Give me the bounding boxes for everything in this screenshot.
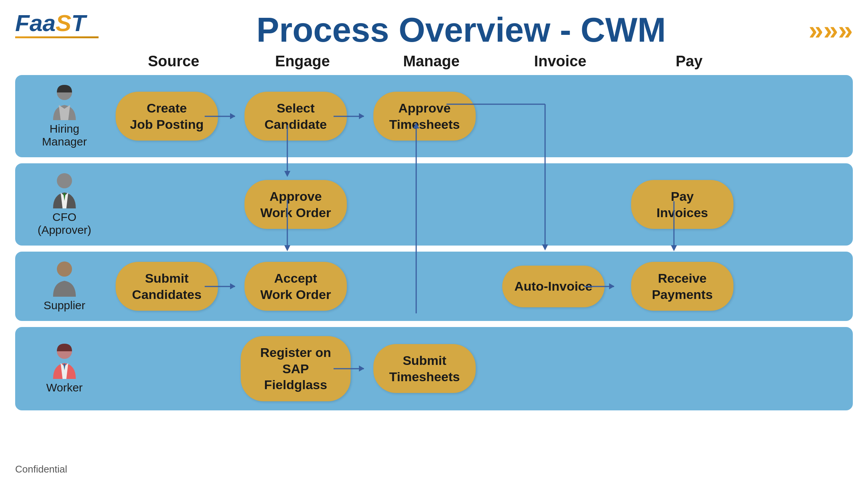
row-worker: Worker Register onSAP Fieldglass SubmitT… bbox=[15, 327, 853, 410]
avatar-hiring-manager bbox=[47, 84, 81, 120]
cell-pay-invoices: PayInvoices bbox=[618, 180, 747, 229]
role-hiring-manager: Hiring Manager bbox=[27, 84, 102, 148]
logo-text: FaaST bbox=[15, 11, 114, 35]
page: FaaST Process Overview - CWM »»» Source … bbox=[0, 0, 868, 482]
pill-select-candidate: SelectCandidate bbox=[244, 92, 347, 141]
row-hiring-manager: Hiring Manager CreateJob Posting SelectC… bbox=[15, 75, 853, 157]
role-supplier: Supplier bbox=[27, 261, 102, 312]
pill-submit-timesheets: SubmitTimesheets bbox=[373, 344, 476, 393]
col-source: Source bbox=[109, 53, 238, 70]
process-cells-row3: SubmitCandidates AcceptWork Order Auto-I… bbox=[102, 262, 841, 311]
role-cfo: CFO (Approver) bbox=[27, 172, 102, 236]
svg-point-1 bbox=[57, 173, 72, 188]
main-grid: Hiring Manager CreateJob Posting SelectC… bbox=[15, 75, 853, 410]
confidential-label: Confidential bbox=[15, 463, 67, 475]
role-label-cfo: CFO (Approver) bbox=[27, 211, 102, 236]
avatar-worker bbox=[47, 343, 81, 379]
process-cells-row2: ApproveWork Order PayInvoices bbox=[102, 180, 841, 229]
header: FaaST Process Overview - CWM »»» bbox=[15, 11, 853, 49]
row-supplier: Supplier SubmitCandidates AcceptWork Ord… bbox=[15, 252, 853, 321]
role-label-hiring-manager: Hiring Manager bbox=[27, 122, 102, 148]
cell-accept-work-order: AcceptWork Order bbox=[231, 262, 360, 311]
pill-accept-work-order: AcceptWork Order bbox=[244, 262, 347, 311]
pill-receive-payments: ReceivePayments bbox=[631, 262, 733, 311]
pill-approve-timesheets: ApproveTimesheets bbox=[373, 92, 476, 141]
role-worker: Worker bbox=[27, 343, 102, 394]
avatar-supplier bbox=[47, 261, 81, 297]
cell-receive-payments: ReceivePayments bbox=[618, 262, 747, 311]
cell-approve-timesheets: ApproveTimesheets bbox=[360, 92, 489, 141]
pill-pay-invoices: PayInvoices bbox=[631, 180, 733, 229]
arrows-icon: »»» bbox=[808, 11, 853, 45]
col-pay: Pay bbox=[625, 53, 754, 70]
col-manage: Manage bbox=[367, 53, 496, 70]
col-invoice: Invoice bbox=[496, 53, 625, 70]
pill-submit-candidates: SubmitCandidates bbox=[116, 262, 218, 311]
arrow-r4-1-2 bbox=[334, 368, 364, 369]
role-label-worker: Worker bbox=[46, 381, 83, 394]
arrow-r3-3-4 bbox=[584, 286, 614, 287]
role-label-supplier: Supplier bbox=[44, 299, 85, 312]
column-headers: Source Engage Manage Invoice Pay bbox=[109, 53, 853, 70]
pill-approve-work-order: ApproveWork Order bbox=[244, 180, 347, 229]
logo-area: FaaST bbox=[15, 11, 114, 38]
arrow-r3-0-1 bbox=[205, 286, 235, 287]
pill-create-job-posting: CreateJob Posting bbox=[116, 92, 218, 141]
arrow-r1-0-1 bbox=[205, 116, 235, 117]
cell-approve-work-order: ApproveWork Order bbox=[231, 180, 360, 229]
process-cells-row4: Register onSAP Fieldglass SubmitTimeshee… bbox=[102, 336, 841, 401]
avatar-cfo bbox=[47, 172, 81, 208]
col-engage: Engage bbox=[238, 53, 367, 70]
logo-underline bbox=[15, 36, 99, 38]
arrow-r1-1-2 bbox=[334, 116, 364, 117]
svg-point-2 bbox=[57, 261, 72, 277]
process-cells-row1: CreateJob Posting SelectCandidate bbox=[102, 92, 841, 141]
page-title: Process Overview - CWM bbox=[114, 11, 808, 49]
cell-submit-timesheets: SubmitTimesheets bbox=[360, 344, 489, 393]
row-cfo: CFO (Approver) ApproveWork Order PayInvo… bbox=[15, 163, 853, 246]
